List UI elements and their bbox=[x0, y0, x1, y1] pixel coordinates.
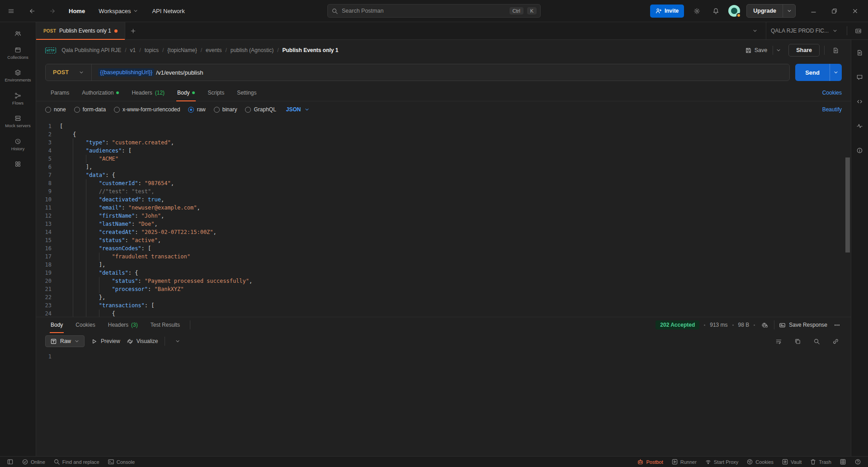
add-tab-button[interactable] bbox=[125, 22, 142, 39]
upgrade-chevron-icon[interactable] bbox=[783, 5, 795, 17]
tab-overflow-chevron-icon[interactable] bbox=[749, 24, 761, 37]
body-mode-form-data[interactable]: form-data bbox=[74, 106, 106, 113]
panel-icon[interactable] bbox=[4, 457, 17, 467]
save-button[interactable]: Save bbox=[745, 46, 784, 55]
tab-scripts[interactable]: Scripts bbox=[202, 84, 230, 101]
copy-icon[interactable] bbox=[791, 335, 804, 348]
environment-selector[interactable]: QALA RJE PROD FIC... bbox=[766, 22, 842, 39]
nav-home[interactable]: Home bbox=[69, 8, 85, 14]
search-input[interactable]: Search Postman Ctrl K bbox=[327, 4, 541, 18]
response-tab-headers[interactable]: Headers(3) bbox=[103, 317, 143, 333]
more-options-icon[interactable] bbox=[832, 320, 842, 330]
tab-authorization[interactable]: Authorization bbox=[76, 84, 124, 101]
minimize-button[interactable] bbox=[805, 5, 822, 17]
sidebar-item-more[interactable] bbox=[2, 157, 34, 172]
code-token: "987654" bbox=[145, 180, 171, 186]
save-chevron-icon[interactable] bbox=[773, 46, 784, 55]
close-button[interactable] bbox=[846, 5, 863, 17]
body-mode-graphql[interactable]: GraphQL bbox=[245, 106, 276, 113]
statusbar-postbot[interactable]: Postbot bbox=[634, 457, 666, 467]
sidebar-item-team[interactable] bbox=[2, 27, 34, 41]
environment-quick-look-icon[interactable] bbox=[852, 24, 864, 37]
indent-guide bbox=[86, 220, 99, 228]
network-info-icon[interactable] bbox=[760, 320, 769, 330]
json-editor[interactable]: 123456789101112131415161718192021222324 … bbox=[36, 118, 851, 317]
upgrade-button[interactable]: Upgrade bbox=[746, 4, 796, 18]
statusbar-start-proxy[interactable]: Start Proxy bbox=[702, 457, 741, 467]
statusbar-find-and-replace[interactable]: Find and replace bbox=[50, 457, 103, 467]
sidebar-item-mock-servers[interactable]: Mock servers bbox=[2, 111, 34, 132]
nav-workspaces[interactable]: Workspaces bbox=[99, 8, 138, 14]
method-select[interactable]: POST bbox=[46, 64, 92, 81]
share-button[interactable]: Share bbox=[788, 44, 820, 57]
help-icon[interactable] bbox=[851, 457, 864, 467]
response-tab-test-results[interactable]: Test Results bbox=[145, 317, 185, 333]
language-select[interactable]: JSON bbox=[286, 106, 310, 113]
request-tab[interactable]: POST Publish Events only 1 bbox=[36, 22, 125, 39]
bell-icon[interactable] bbox=[709, 5, 722, 17]
breadcrumb-item[interactable]: topics bbox=[145, 47, 159, 53]
raw-view-select[interactable]: Raw bbox=[45, 335, 85, 347]
breadcrumb-item[interactable]: publish (Agnostic) bbox=[231, 47, 274, 53]
statusbar-trash[interactable]: Trash bbox=[807, 457, 835, 467]
grid9-icon[interactable] bbox=[836, 457, 849, 467]
tab-headers[interactable]: Headers(12) bbox=[126, 84, 170, 101]
tab-params[interactable]: Params bbox=[45, 84, 75, 101]
activity-icon[interactable] bbox=[854, 119, 866, 132]
breadcrumb-item[interactable]: Qala Publishing API RJE bbox=[61, 47, 121, 53]
nav-api-network[interactable]: API Network bbox=[152, 8, 184, 14]
response-body[interactable]: 1 bbox=[36, 350, 851, 456]
invite-button[interactable]: Invite bbox=[650, 5, 684, 18]
statusbar-runner[interactable]: Runner bbox=[668, 457, 700, 467]
restore-button[interactable] bbox=[826, 5, 843, 17]
forward-arrow-icon[interactable] bbox=[46, 5, 59, 17]
body-mode-none[interactable]: none bbox=[45, 106, 66, 113]
wrap-line-icon[interactable] bbox=[772, 335, 785, 348]
code-icon[interactable] bbox=[854, 95, 866, 108]
info-icon[interactable] bbox=[854, 144, 866, 157]
gear-icon[interactable] bbox=[690, 5, 703, 17]
url-input[interactable]: {{basepublishingUrl}} /v1/events/publish bbox=[92, 68, 209, 76]
beautify-link[interactable]: Beautify bbox=[822, 106, 842, 113]
tab-settings[interactable]: Settings bbox=[231, 84, 262, 101]
link-icon[interactable] bbox=[829, 335, 842, 348]
visualize-button[interactable]: Visualize bbox=[127, 338, 158, 345]
tab-body[interactable]: Body bbox=[172, 84, 200, 101]
response-tab-body[interactable]: Body bbox=[45, 317, 68, 333]
doc-icon[interactable] bbox=[854, 46, 866, 59]
search-response-icon[interactable] bbox=[810, 335, 823, 348]
body-mode-raw[interactable]: raw bbox=[188, 106, 205, 113]
editor-scrollbar[interactable] bbox=[845, 157, 850, 253]
comment-icon[interactable] bbox=[854, 71, 866, 83]
sidebar-item-flows[interactable]: Flows bbox=[2, 89, 34, 110]
back-arrow-icon[interactable] bbox=[25, 5, 38, 17]
sidebar-item-history[interactable]: History bbox=[2, 134, 34, 155]
statusbar-online[interactable]: Online bbox=[19, 457, 48, 467]
body-mode-binary[interactable]: binary bbox=[214, 106, 237, 113]
response-history-icon[interactable] bbox=[190, 319, 203, 331]
breadcrumb-item[interactable]: {topicName} bbox=[167, 47, 197, 53]
send-chevron-icon[interactable] bbox=[830, 64, 842, 81]
status-badge[interactable]: 202 Accepted bbox=[656, 320, 699, 329]
breadcrumb-item[interactable]: v1 bbox=[130, 47, 136, 53]
breadcrumb-item[interactable]: events bbox=[206, 47, 222, 53]
sidebar-item-environments[interactable]: Environments bbox=[2, 66, 34, 86]
avatar[interactable] bbox=[728, 5, 740, 17]
editor-code[interactable]: [{"type": "customer.created","audiences"… bbox=[60, 122, 851, 317]
documentation-icon[interactable] bbox=[829, 44, 842, 57]
preview-button[interactable]: Preview bbox=[91, 338, 120, 345]
sidebar-item-collections[interactable]: Collections bbox=[2, 43, 34, 64]
save-response-button[interactable]: Save Response bbox=[779, 322, 827, 329]
view-more-chevron-icon[interactable] bbox=[171, 335, 184, 348]
response-time[interactable]: 913 ms bbox=[710, 322, 727, 328]
response-tab-cookies[interactable]: Cookies bbox=[70, 317, 100, 333]
statusbar-console[interactable]: Console bbox=[104, 457, 138, 467]
response-size[interactable]: 98 B bbox=[738, 322, 750, 328]
url-variable-chip[interactable]: {{basepublishingUrl}} bbox=[98, 68, 154, 76]
statusbar-cookies[interactable]: Cookies bbox=[743, 457, 777, 467]
send-button[interactable]: Send bbox=[795, 64, 842, 81]
cookies-link[interactable]: Cookies bbox=[822, 90, 842, 96]
statusbar-vault[interactable]: Vault bbox=[778, 457, 805, 467]
body-mode-x-www-form-urlencoded[interactable]: x-www-form-urlencoded bbox=[114, 106, 180, 113]
hamburger-menu-icon[interactable] bbox=[5, 5, 17, 17]
